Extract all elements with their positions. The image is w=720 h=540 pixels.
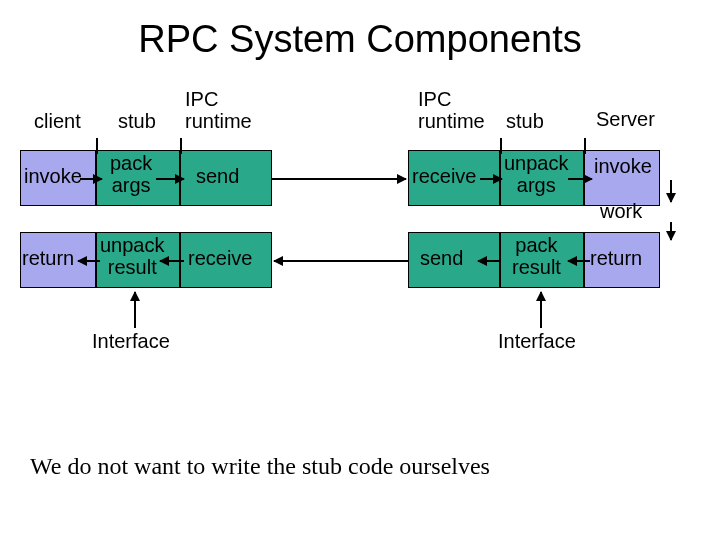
left-interface: Interface [92, 330, 170, 352]
right-pack-result: pack result [512, 234, 561, 278]
arrow-right-receive-unpack [480, 178, 502, 180]
left-send: send [196, 165, 239, 187]
right-unpack-args: unpack args [504, 152, 569, 196]
arrow-left-invoke-pack [80, 178, 102, 180]
arrow-left-unpack-return [78, 260, 100, 262]
left-pack-args: pack args [110, 152, 152, 196]
arrow-invoke-down [670, 180, 672, 202]
arrow-right-unpack-invoke [568, 178, 592, 180]
right-invoke: invoke [594, 155, 652, 177]
arrow-send-to-left [274, 260, 408, 262]
left-col-stub: stub [118, 110, 156, 132]
arrow-work-down [670, 222, 672, 240]
right-return: return [590, 247, 642, 269]
arrow-send-to-right [272, 178, 406, 180]
right-send: send [420, 247, 463, 269]
tick-left-stub-a [96, 138, 98, 154]
right-col-server: Server [596, 108, 655, 130]
arrow-right-pack-send [478, 260, 500, 262]
right-interface: Interface [498, 330, 576, 352]
title: RPC System Components [0, 18, 720, 61]
arrow-left-pack-send [156, 178, 184, 180]
right-col-stub: stub [506, 110, 544, 132]
caption: We do not want to write the stub code ou… [30, 453, 490, 480]
left-receive: receive [188, 247, 252, 269]
tick-right-ipc-a [584, 138, 586, 154]
tick-right-stub-a [500, 138, 502, 154]
arrow-left-receive-unpack [160, 260, 184, 262]
tick-left-ipc-a [180, 138, 182, 154]
left-col-ipc: IPC runtime [185, 88, 252, 132]
left-return: return [22, 247, 74, 269]
left-unpack-result: unpack result [100, 234, 165, 278]
right-receive: receive [412, 165, 476, 187]
arrow-right-return-pack [568, 260, 590, 262]
left-col-client: client [34, 110, 81, 132]
right-work: work [600, 200, 642, 222]
right-col-ipc: IPC runtime [418, 88, 485, 132]
arrow-left-interface-up [134, 292, 136, 328]
arrow-right-interface-up [540, 292, 542, 328]
left-invoke: invoke [24, 165, 82, 187]
